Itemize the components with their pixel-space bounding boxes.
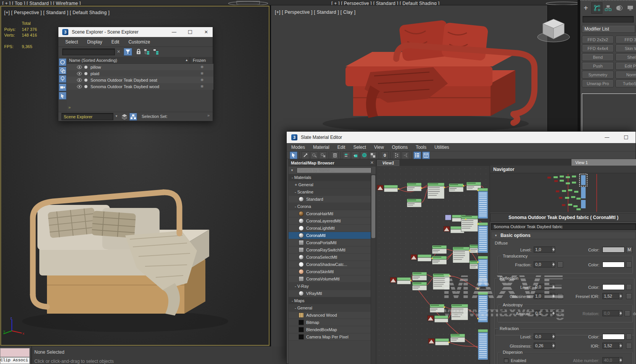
browser-search-input[interactable] xyxy=(297,168,371,173)
map-entry[interactable]: Bitmap xyxy=(289,319,376,326)
spinner-value[interactable]: 1,52 xyxy=(603,343,618,348)
search-input[interactable] xyxy=(62,48,115,55)
object-name[interactable]: Sonoma Outdoor Teak Daybed seat xyxy=(90,78,157,82)
spinner-arrows-icon[interactable] xyxy=(551,262,555,267)
menu-view[interactable]: View xyxy=(374,145,384,150)
fresnel-map-slot[interactable] xyxy=(626,293,632,299)
close-button[interactable]: ✕ xyxy=(200,27,213,37)
explorer-selector-dropdown[interactable]: Scene Explorer xyxy=(61,113,113,120)
display-lights-button[interactable] xyxy=(59,75,66,83)
minimize-button[interactable]: — xyxy=(168,27,181,37)
browser-dropdown-icon[interactable]: ▼ xyxy=(291,169,294,172)
spinner-value[interactable]: 0,0 xyxy=(534,311,551,316)
modifier-list-dropdown[interactable]: Modifier List xyxy=(582,25,635,33)
hide-unused-slots-button[interactable] xyxy=(343,151,350,159)
footer-chevrons[interactable]: » xyxy=(207,113,210,118)
spinner-arrows-icon[interactable] xyxy=(551,343,555,348)
show-parameter-editor-button[interactable] xyxy=(422,151,430,159)
object-type-dot-icon[interactable] xyxy=(84,72,87,75)
maximize-button[interactable]: ☐ xyxy=(184,27,197,37)
object-name[interactable]: Sonoma Outdoor Teak Daybed wood xyxy=(90,84,159,89)
display-all-button[interactable] xyxy=(59,58,66,66)
eye-icon[interactable] xyxy=(77,72,82,76)
list-empty-area[interactable]: » xyxy=(67,90,213,112)
browser-subgroup[interactable]: - General xyxy=(289,304,376,312)
modifier-button[interactable]: Norm xyxy=(615,71,636,79)
browser-subgroup[interactable]: - Scanline xyxy=(289,188,376,196)
browser-subgroup[interactable]: - V-Ray xyxy=(289,283,376,290)
scene-explorer-titlebar[interactable]: 3 Scene Explorer - Scene Explorer — ☐ ✕ xyxy=(58,27,213,37)
eye-icon[interactable] xyxy=(77,85,82,89)
minimize-button[interactable]: — xyxy=(600,132,613,143)
maxscript-mini-listener-white[interactable]: Clip Associ xyxy=(0,357,30,364)
glossiness-map-slot[interactable] xyxy=(557,293,563,299)
spinner-arrows-icon[interactable] xyxy=(618,293,622,299)
expand-chevrons[interactable]: » xyxy=(68,105,71,110)
assign-material-button[interactable] xyxy=(310,151,318,159)
translucency-color-swatch[interactable] xyxy=(602,262,625,267)
browser-subgroup[interactable]: - Corona xyxy=(289,203,376,210)
frozen-icon[interactable]: ❄ xyxy=(200,71,203,76)
top-right-viewport-label[interactable]: [ + ] [ Perspective ] [ Standard ] [ Def… xyxy=(331,1,439,5)
scene-object-row[interactable]: pillow ❄ xyxy=(67,64,213,70)
hierarchy-mode-icon[interactable] xyxy=(144,49,150,55)
translucency-color-map-slot[interactable] xyxy=(626,262,632,267)
menu-tools[interactable]: Tools xyxy=(416,145,426,150)
navigator-header[interactable]: Navigator xyxy=(490,166,636,173)
map-entry[interactable]: Advanced Wood xyxy=(289,312,376,319)
spinner-arrows-icon[interactable] xyxy=(551,247,555,252)
menu-display[interactable]: Display xyxy=(87,39,102,45)
modifier-button[interactable]: Push xyxy=(582,62,614,70)
refraction-level-spinner[interactable]: 0,0 xyxy=(534,333,555,340)
tab-display[interactable] xyxy=(625,2,636,14)
modifier-button[interactable]: FFD 2x2x2 xyxy=(582,36,614,43)
material-entry[interactable]: CoronaVolumeMtl xyxy=(289,275,376,283)
scrollbar-thumb[interactable] xyxy=(371,175,375,238)
modifier-button[interactable]: Skin W xyxy=(615,45,636,52)
align-children-button[interactable] xyxy=(402,151,409,159)
frozen-icon[interactable]: ❄ xyxy=(200,65,203,69)
modifier-button[interactable]: Symmetry xyxy=(582,71,614,79)
frozen-icon[interactable]: ❄ xyxy=(200,78,203,82)
menu-edit[interactable]: Edit xyxy=(337,145,345,150)
spinner-value[interactable]: 40,0 xyxy=(603,358,618,363)
show-material-map-browser-button[interactable] xyxy=(413,151,421,159)
browser-group[interactable]: - Maps xyxy=(289,297,376,304)
diffuse-level-spinner[interactable]: 1,0 xyxy=(534,246,555,253)
frozen-icon[interactable]: ❄ xyxy=(200,84,203,89)
material-entry[interactable]: CoronaPortalMtl xyxy=(289,239,376,246)
viewport-label[interactable]: [+] [ Perspective ] [ Standard ] [ Defau… xyxy=(4,10,110,15)
lock-icon[interactable] xyxy=(136,48,141,55)
viewcube[interactable] xyxy=(534,16,573,47)
browser-header[interactable]: Material/Map Browser ✕ xyxy=(289,159,376,166)
menu-edit[interactable]: Edit xyxy=(111,39,119,45)
spinner-value[interactable]: 0,0 xyxy=(534,262,551,267)
spinner-arrows-icon[interactable] xyxy=(551,334,555,339)
spinner-value[interactable]: 0,26 xyxy=(534,343,551,348)
navigator-view-tab[interactable]: View 1 xyxy=(571,159,636,166)
browser-subgroup[interactable]: + General xyxy=(289,181,376,188)
spinner-arrows-icon[interactable] xyxy=(551,311,555,316)
display-geometry-button[interactable] xyxy=(59,67,66,74)
eye-icon[interactable] xyxy=(77,78,82,82)
maxscript-mini-listener-pink[interactable] xyxy=(0,348,30,357)
parameter-header[interactable]: Sonoma Outdoor Teak Daybed fabric ( Coro… xyxy=(490,213,636,222)
abbe-number-spinner[interactable]: 40,0 xyxy=(602,357,622,363)
menu-utilities[interactable]: Utilities xyxy=(434,145,449,150)
material-name-field[interactable]: Sonoma Outdoor Teak Daybed fabric xyxy=(491,223,636,230)
spinner-value[interactable]: 1,0 xyxy=(534,293,551,299)
map-entry[interactable]: BlendedBoxMap xyxy=(289,326,376,333)
ior-map-slot[interactable] xyxy=(626,343,632,349)
material-entry[interactable]: Standard xyxy=(289,196,376,203)
browser-close-icon[interactable]: ✕ xyxy=(370,160,374,165)
import-material-button[interactable] xyxy=(352,151,359,159)
menu-options[interactable]: Options xyxy=(392,145,408,150)
dropdown-arrow-icon[interactable]: ▼ xyxy=(115,114,118,118)
refraction-glossiness-spinner[interactable]: 0,26 xyxy=(534,343,555,349)
spinner-arrows-icon[interactable] xyxy=(618,311,622,316)
menu-modes[interactable]: Modes xyxy=(291,145,305,150)
amount-spinner[interactable]: 0,0 xyxy=(534,310,555,316)
dispersion-enabled-checkbox[interactable] xyxy=(504,358,508,363)
material-entry[interactable]: CoronaShadowCatc... xyxy=(289,261,376,268)
pick-material-button[interactable] xyxy=(302,151,309,159)
